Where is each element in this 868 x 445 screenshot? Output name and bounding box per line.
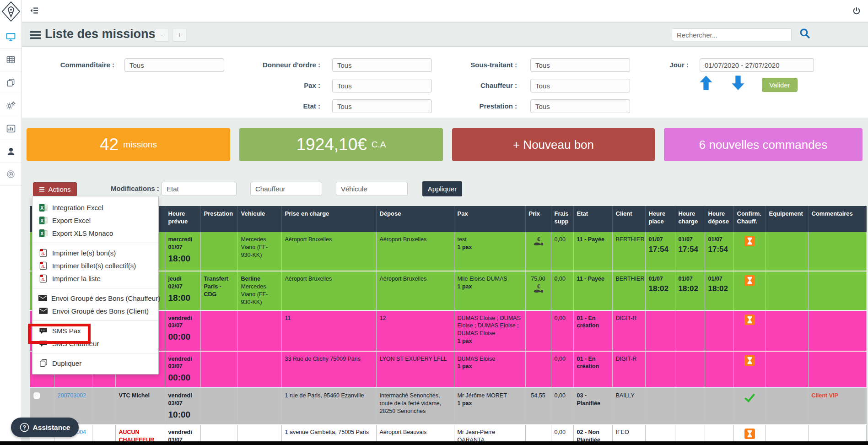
- col-header-client: Client: [612, 206, 645, 232]
- cell-confirm-chauff: [733, 271, 766, 310]
- cell-pax: Mr Jérôme MORET1 pax: [454, 388, 525, 424]
- col-header-prise-en-charge: Prise en charge: [281, 206, 376, 232]
- filter-label-commanditaire: Commanditaire :: [23, 58, 114, 72]
- sidebar-item-documents-icon[interactable]: [0, 71, 22, 94]
- search-icon[interactable]: [799, 28, 810, 40]
- cell-client: BERTHIER: [612, 232, 645, 271]
- cell-etat: 01 - En création: [573, 351, 612, 388]
- cell-heure-place: [645, 351, 675, 388]
- sidebar-item-statistics-icon[interactable]: [0, 117, 22, 140]
- modifications-label: Modifications :: [111, 185, 159, 192]
- cell-client: BERTHIER: [612, 271, 645, 310]
- cell-client: BAILLY: [612, 388, 645, 424]
- row-checkbox[interactable]: [33, 392, 40, 399]
- cell-prix: [525, 310, 551, 351]
- filter-label-etat: Etat :: [229, 99, 320, 113]
- location-pin-diamond-logo: [1, 1, 21, 24]
- menu-item-imprimer-le-s-bon-s-[interactable]: Imprimer le(s) bon(s): [32, 246, 158, 259]
- day-next-arrow-icon[interactable]: [731, 75, 745, 92]
- valider-button[interactable]: Valider: [762, 78, 798, 92]
- cell-prix: [525, 351, 551, 388]
- filter-label-chauffeur: Chauffeur :: [426, 79, 517, 92]
- menu-item-integration-excel[interactable]: XIntegration Excel: [32, 201, 158, 214]
- filter-input-chauffeur[interactable]: [530, 79, 630, 92]
- sidebar-item-planning-table-icon[interactable]: [0, 49, 22, 71]
- day-previous-arrow-icon[interactable]: [699, 75, 713, 92]
- sidebar-toggle-icon[interactable]: [30, 7, 39, 16]
- excel-icon: X: [38, 229, 48, 238]
- cell-heure-charge: [675, 310, 705, 351]
- search-input[interactable]: [672, 28, 792, 41]
- cell-prestation: [200, 232, 237, 271]
- question-circle-icon: ?: [20, 423, 29, 432]
- cell-commentaires: [808, 310, 866, 351]
- cell-pax: DUMAS Eloise ; DUMAS Eloise ; DUMAS Eloi…: [454, 310, 525, 351]
- filter-label-jour: Jour :: [597, 58, 689, 72]
- menu-item-envoi-group-des-bons-chauffeur-[interactable]: Envoi Groupé des Bons (Chauffeur): [32, 292, 158, 304]
- menu-item-dupliquer[interactable]: Dupliquer: [32, 357, 158, 369]
- modify-etat-input[interactable]: [162, 182, 237, 196]
- filter-input-pax[interactable]: [332, 79, 432, 92]
- euro-hand-icon: €: [533, 289, 544, 296]
- filter-input-donneurdordre[interactable]: [332, 58, 432, 72]
- power-icon[interactable]: [852, 7, 861, 16]
- page-title: Liste des missions: [45, 27, 156, 41]
- mission-number-link[interactable]: 200703002: [58, 392, 86, 399]
- cell-heure-depose: 01/0718:02: [705, 271, 733, 310]
- cell-commentaires: [808, 351, 866, 388]
- menu-item-sms-chauffeur[interactable]: SMS Chauffeur: [32, 337, 158, 350]
- cell-frais-supp: 0,00: [551, 271, 573, 310]
- menu-item-envoi-group-des-bons-client-[interactable]: Envoi Groupé des Bons (Client): [32, 304, 158, 317]
- zoom-out-button[interactable]: -: [155, 29, 169, 41]
- svg-text:X: X: [40, 218, 43, 223]
- assistance-button[interactable]: ? Assistance: [11, 418, 79, 437]
- cell-chauffeur: VTC Michel: [115, 388, 165, 424]
- col-header-prestation: Prestation: [200, 206, 237, 232]
- svg-text:€: €: [537, 236, 540, 243]
- cell-prestation: [200, 388, 237, 424]
- sidebar-item-users-icon[interactable]: [0, 140, 22, 163]
- sidebar-item-tracking-icon[interactable]: [0, 163, 22, 186]
- stat-nouveau-bon-button[interactable]: + Nouveau bon: [452, 128, 655, 161]
- cell-prix: 75,00€: [525, 271, 551, 310]
- page-header: Liste des missions - +: [22, 22, 868, 47]
- cell-heure-prevue: vendredi 03/0700:00: [165, 310, 200, 351]
- cell-commentaires: [808, 232, 866, 271]
- cell-equipement: [766, 388, 808, 424]
- menu-divider: [32, 353, 158, 353]
- menu-divider: [32, 320, 158, 321]
- menu-divider: [32, 243, 158, 243]
- pdf-icon: [38, 249, 48, 257]
- cell-heure-prevue: vendredi 03/0700:00: [165, 351, 200, 388]
- appliquer-button[interactable]: Appliquer: [422, 181, 462, 196]
- filter-input-jour[interactable]: [700, 58, 814, 72]
- menu-item-export-excel[interactable]: XExport Excel: [32, 214, 158, 227]
- euro-hand-icon: €: [533, 242, 544, 249]
- col-header-vehicule: Vehicule: [237, 206, 281, 232]
- cell-heure-depose: 01/0717:54: [705, 232, 733, 271]
- stat-nouvelles-commandes[interactable]: 6 nouvelles commandes: [664, 128, 863, 161]
- svg-text:?: ?: [22, 424, 26, 431]
- modify-vehicule-input[interactable]: [336, 182, 408, 196]
- cell-equipement: [766, 310, 808, 351]
- app-window: Liste des missions - + Commanditaire :Do…: [0, 0, 868, 445]
- svg-text:X: X: [40, 205, 43, 210]
- stat-missions-count[interactable]: 42missions: [27, 128, 230, 161]
- filter-input-etat[interactable]: [332, 99, 432, 113]
- cell-heure-depose: [705, 310, 733, 351]
- menu-item-imprimer-la-liste[interactable]: Imprimer la liste: [32, 272, 158, 285]
- filter-label-prestation: Prestation :: [426, 99, 517, 113]
- menu-item-imprimer-billet-s-collectif-s-[interactable]: Imprimer billet(s) collectif(s): [32, 259, 158, 272]
- title-menu-icon[interactable]: [30, 31, 41, 41]
- sidebar-item-settings-icon[interactable]: [0, 94, 22, 117]
- filter-input-prestation[interactable]: [530, 99, 630, 113]
- actions-button[interactable]: Actions: [33, 182, 77, 196]
- filter-input-commanditaire[interactable]: [124, 58, 224, 72]
- stat-revenue[interactable]: 1924,10€C.A: [239, 128, 443, 161]
- zoom-in-button[interactable]: +: [173, 29, 187, 41]
- menu-item-sms-pax[interactable]: SMS Pax: [32, 324, 158, 337]
- menu-item-export-xls-monaco[interactable]: XExport XLS Monaco: [32, 227, 158, 239]
- sidebar-item-dashboard-icon[interactable]: [0, 26, 22, 49]
- cell-heure-charge: 01/0718:02: [675, 271, 705, 310]
- modify-chauffeur-input[interactable]: [250, 182, 322, 196]
